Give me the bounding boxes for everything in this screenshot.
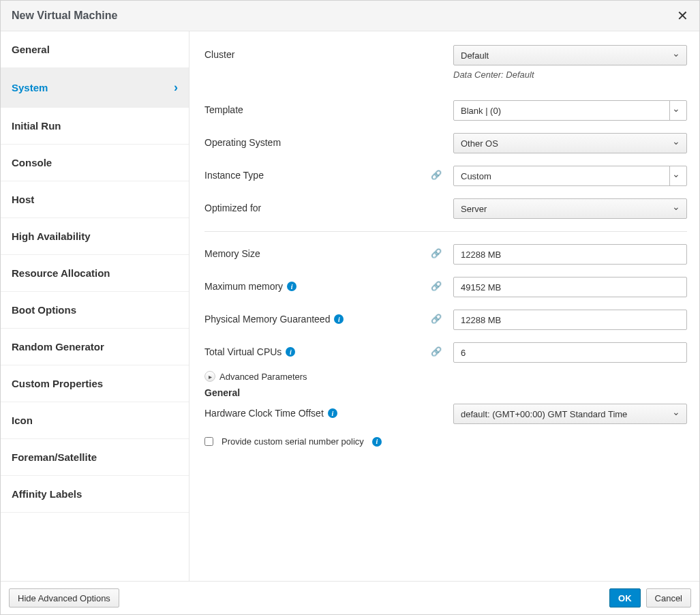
chain-icon: 🔗 xyxy=(431,346,442,357)
sidebar-item-label: Host xyxy=(12,194,34,205)
dialog-footer: Hide Advanced Options OK Cancel xyxy=(1,581,699,614)
chevron-right-icon: › xyxy=(174,80,178,95)
row-os: Operating System Other OS xyxy=(204,133,687,153)
helper-datacenter: Data Center: Default xyxy=(453,70,687,80)
select-clock-offset[interactable]: default: (GMT+00:00) GMT Standard Time xyxy=(453,404,687,424)
label-memory-size: Memory Size xyxy=(204,244,419,259)
sidebar-item-label: Custom Properties xyxy=(12,378,103,389)
select-instance-type[interactable]: Custom xyxy=(453,166,687,186)
close-icon[interactable]: ✕ xyxy=(677,9,688,22)
new-vm-dialog: New Virtual Machine ✕ General System › I… xyxy=(0,0,700,615)
input-max-memory[interactable] xyxy=(453,277,687,297)
sidebar-item-boot-options[interactable]: Boot Options xyxy=(1,292,189,329)
sidebar-item-general[interactable]: General xyxy=(1,31,189,68)
sidebar: General System › Initial Run Console Hos… xyxy=(1,31,189,581)
sidebar-item-label: Boot Options xyxy=(12,304,76,316)
info-icon[interactable]: i xyxy=(286,347,295,357)
sidebar-item-label: High Availability xyxy=(12,230,91,242)
dialog-header: New Virtual Machine ✕ xyxy=(1,1,699,31)
sidebar-item-affinity-labels[interactable]: Affinity Labels xyxy=(1,476,189,513)
row-clock-offset: Hardware Clock Time Offset i default: (G… xyxy=(204,404,687,424)
input-phys-memory[interactable] xyxy=(453,310,687,330)
sidebar-item-label: Affinity Labels xyxy=(12,488,82,500)
label-clock-offset: Hardware Clock Time Offset i xyxy=(204,404,419,419)
cancel-button[interactable]: Cancel xyxy=(646,588,691,608)
row-memory-size: Memory Size 🔗 xyxy=(204,244,687,265)
sidebar-item-console[interactable]: Console xyxy=(1,145,189,181)
sidebar-item-random-generator[interactable]: Random Generator xyxy=(1,329,189,365)
label-vcpus: Total Virtual CPUs i xyxy=(204,342,419,357)
advanced-parameters-expander[interactable]: ▸ Advanced Parameters xyxy=(204,371,687,382)
label-template: Template xyxy=(204,100,419,115)
row-serial-policy: Provide custom serial number policy i xyxy=(204,436,687,447)
form-content: Cluster Default Data Center: Default Tem… xyxy=(189,31,699,581)
input-memory-size[interactable] xyxy=(453,244,687,265)
chain-icon: 🔗 xyxy=(431,248,442,258)
sidebar-item-icon[interactable]: Icon xyxy=(1,402,189,439)
sidebar-item-label: Foreman/Satellite xyxy=(12,451,97,463)
select-optimized-for[interactable]: Server xyxy=(453,198,687,219)
select-template[interactable]: Blank | (0) xyxy=(453,100,687,121)
label-instance-type: Instance Type xyxy=(204,166,419,181)
select-cluster[interactable]: Default xyxy=(453,45,687,65)
chain-icon: 🔗 xyxy=(431,281,442,291)
info-icon[interactable]: i xyxy=(334,314,344,324)
input-vcpus[interactable] xyxy=(453,342,687,363)
dialog-title: New Virtual Machine xyxy=(12,10,117,22)
section-divider xyxy=(204,231,687,232)
sidebar-item-high-availability[interactable]: High Availability xyxy=(1,218,189,255)
sidebar-item-label: General xyxy=(12,44,50,55)
label-optimized-for: Optimized for xyxy=(204,198,419,213)
row-instance-type: Instance Type 🔗 Custom xyxy=(204,166,687,186)
advanced-parameters-label: Advanced Parameters xyxy=(219,372,307,382)
ok-button[interactable]: OK xyxy=(609,588,641,608)
checkbox-serial-policy[interactable] xyxy=(204,437,213,446)
info-icon[interactable]: i xyxy=(372,437,382,447)
dialog-body: General System › Initial Run Console Hos… xyxy=(1,31,699,581)
sidebar-item-foreman-satellite[interactable]: Foreman/Satellite xyxy=(1,439,189,476)
hide-advanced-button[interactable]: Hide Advanced Options xyxy=(9,588,119,608)
row-phys-memory: Physical Memory Guaranteed i 🔗 xyxy=(204,310,687,330)
row-vcpus: Total Virtual CPUs i 🔗 xyxy=(204,342,687,363)
sidebar-item-resource-allocation[interactable]: Resource Allocation xyxy=(1,255,189,292)
chain-icon: 🔗 xyxy=(431,314,442,324)
label-os: Operating System xyxy=(204,133,419,148)
sidebar-item-label: Icon xyxy=(12,415,33,426)
subsection-general: General xyxy=(204,387,687,398)
row-optimized-for: Optimized for Server xyxy=(204,198,687,219)
row-cluster: Cluster Default Data Center: Default xyxy=(204,45,687,80)
sidebar-item-initial-run[interactable]: Initial Run xyxy=(1,108,189,145)
chain-icon: 🔗 xyxy=(431,170,442,180)
row-template: Template Blank | (0) xyxy=(204,100,687,121)
sidebar-item-host[interactable]: Host xyxy=(1,181,189,218)
label-max-memory: Maximum memory i xyxy=(204,277,419,292)
sidebar-item-label: System xyxy=(12,82,48,93)
sidebar-item-label: Initial Run xyxy=(12,120,61,132)
select-os[interactable]: Other OS xyxy=(453,133,687,153)
expand-right-icon: ▸ xyxy=(204,371,215,382)
sidebar-item-system[interactable]: System › xyxy=(1,68,189,108)
info-icon[interactable]: i xyxy=(287,282,296,291)
sidebar-item-label: Random Generator xyxy=(12,341,104,352)
label-phys-memory: Physical Memory Guaranteed i xyxy=(204,310,419,325)
label-serial-policy: Provide custom serial number policy xyxy=(222,436,364,447)
sidebar-item-custom-properties[interactable]: Custom Properties xyxy=(1,365,189,402)
sidebar-item-label: Resource Allocation xyxy=(12,267,110,279)
row-max-memory: Maximum memory i 🔗 xyxy=(204,277,687,297)
label-cluster: Cluster xyxy=(204,45,419,60)
sidebar-item-label: Console xyxy=(12,157,52,168)
info-icon[interactable]: i xyxy=(328,408,337,418)
